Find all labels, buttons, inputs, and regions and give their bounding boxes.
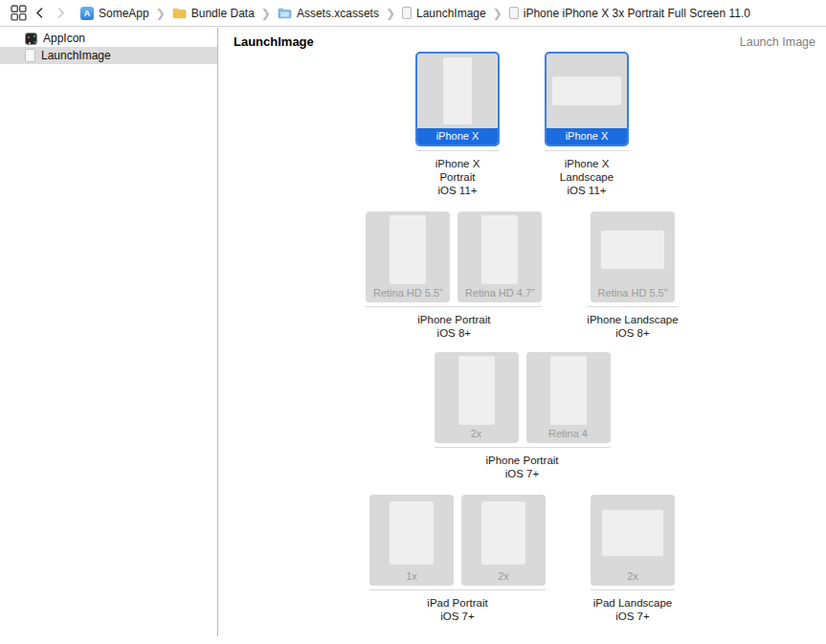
image-placeholder — [458, 356, 495, 425]
breadcrumb-label: Bundle Data — [191, 7, 255, 20]
sidebar-item-label: LaunchImage — [41, 49, 111, 62]
grid-view-icon[interactable] — [8, 3, 29, 24]
well-scale-label: 2x — [435, 428, 519, 439]
well-device-badge: iPhone X — [547, 128, 627, 144]
launch-image-well-iphonex-portrait[interactable]: iPhone X — [415, 52, 500, 146]
well-scale-label: Retina HD 5.5” — [366, 287, 450, 299]
well-scale-label: 2x — [591, 570, 675, 582]
launch-image-well-retina4-portrait[interactable]: Retina 4 — [526, 352, 611, 443]
group-iphonex-landscape: iPhone X iPhone XLandscapeiOS 11+ — [527, 52, 646, 197]
image-placeholder — [390, 215, 426, 284]
launch-image-well-2x-portrait[interactable]: 2x — [435, 352, 519, 443]
chevron-separator-icon: ❯ — [257, 7, 276, 20]
breadcrumb: A SomeApp ❯ Bundle Data ❯ Assets.xcasset… — [78, 7, 752, 20]
well-device-badge: iPhone X — [417, 128, 498, 144]
group-separator — [369, 589, 546, 590]
launchimage-asset-icon — [25, 49, 35, 62]
image-placeholder — [481, 501, 525, 565]
group-iphone-portrait-ios8: Retina HD 5.5” Retina HD 4.7” iPhone Por… — [348, 211, 559, 340]
breadcrumb-item-launchimage[interactable]: LaunchImage — [400, 7, 488, 20]
xcode-asset-catalog-window: A SomeApp ❯ Bundle Data ❯ Assets.xcasset… — [0, 0, 826, 644]
launchimage-editor: LaunchImage Launch Image iPhone X iPhone… — [218, 28, 826, 644]
group-caption: iPad PortraitiOS 7+ — [427, 596, 487, 623]
group-caption: iPhone LandscapeiOS 8+ — [587, 313, 678, 340]
breadcrumb-item-image-slot[interactable]: iPhone iPhone X 3x Portrait Full Screen … — [507, 7, 752, 20]
folder-icon — [172, 8, 187, 19]
group-iphone-portrait-ios7: 2x Retina 4 iPhone PortraitiOS 7+ — [417, 352, 628, 480]
image-placeholder — [481, 215, 518, 284]
group-iphonex-portrait: iPhone X iPhone XPortraitiOS 11+ — [398, 52, 517, 197]
group-ipad-landscape-ios7: 2x iPad LandscapeiOS 7+ — [573, 495, 692, 623]
breadcrumb-label: Assets.xcassets — [297, 7, 379, 20]
launch-image-well-retina-hd-55-landscape[interactable]: Retina HD 5.5” — [591, 211, 675, 302]
sidebar-item-launchimage[interactable]: LaunchImage — [0, 47, 217, 64]
chevron-separator-icon: ❯ — [151, 7, 170, 20]
breadcrumb-label: LaunchImage — [416, 7, 486, 20]
asset-type-label: Launch Image — [740, 35, 815, 49]
breadcrumb-item-asset-catalog[interactable]: Assets.xcassets — [276, 7, 381, 20]
group-separator — [435, 447, 611, 448]
launch-image-well-ipad-2x-portrait[interactable]: 2x — [461, 495, 546, 586]
launch-image-well-ipad-2x-landscape[interactable]: 2x — [591, 495, 675, 586]
group-caption: iPhone PortraitiOS 8+ — [417, 313, 490, 340]
breadcrumb-item-project[interactable]: A SomeApp — [78, 7, 151, 20]
group-separator — [366, 306, 542, 307]
breadcrumb-label: iPhone iPhone X 3x Portrait Full Screen … — [524, 7, 750, 20]
launch-image-well-iphonex-landscape[interactable]: iPhone X — [545, 52, 629, 146]
group-caption: iPhone XLandscapeiOS 11+ — [560, 157, 614, 197]
breadcrumb-label: SomeApp — [99, 7, 149, 20]
well-scale-label: Retina 4 — [526, 428, 611, 439]
sidebar-item-appicon[interactable]: AppIcon — [0, 30, 217, 47]
launch-image-well-retina-hd-47-portrait[interactable]: Retina HD 4.7” — [458, 211, 542, 302]
image-placeholder — [550, 356, 587, 425]
group-separator — [587, 306, 678, 307]
group-iphone-landscape-ios8: Retina HD 5.5” iPhone LandscapeiOS 8+ — [569, 211, 695, 340]
document-icon — [402, 7, 412, 19]
group-caption: iPad LandscapeiOS 7+ — [593, 596, 672, 623]
appicon-asset-icon — [25, 33, 37, 45]
launch-image-well-retina-hd-55-portrait[interactable]: Retina HD 5.5” — [366, 211, 450, 302]
image-placeholder — [552, 77, 621, 105]
document-icon — [509, 7, 519, 19]
page-title: LaunchImage — [234, 34, 314, 49]
image-placeholder — [602, 510, 663, 556]
group-separator — [591, 589, 675, 590]
app-icon: A — [80, 7, 94, 20]
editor-header: LaunchImage Launch Image — [234, 34, 815, 49]
group-caption: iPhone PortraitiOS 7+ — [485, 454, 558, 480]
image-placeholder — [601, 231, 664, 269]
sidebar-item-label: AppIcon — [43, 32, 85, 45]
launch-image-well-ipad-1x-portrait[interactable]: 1x — [369, 495, 454, 586]
well-row-ios8: Retina HD 5.5” Retina HD 4.7” iPhone Por… — [218, 211, 826, 340]
image-placeholder — [390, 501, 434, 565]
well-row-iphonex: iPhone X iPhone XPortraitiOS 11+ iPhone … — [218, 52, 826, 197]
group-caption: iPhone XPortraitiOS 11+ — [435, 157, 480, 197]
well-row-ios7-ipad: 1x 2x iPad PortraitiOS 7+ 2x — [218, 495, 826, 623]
group-separator — [415, 150, 500, 151]
forward-chevron-icon[interactable] — [50, 3, 71, 24]
well-row-ios7-iphone: 2x Retina 4 iPhone PortraitiOS 7+ — [218, 352, 826, 480]
image-placeholder — [443, 57, 472, 124]
asset-list-sidebar: AppIcon LaunchImage — [0, 28, 217, 644]
chevron-separator-icon: ❯ — [488, 7, 507, 20]
breadcrumb-item-group[interactable]: Bundle Data — [170, 7, 257, 20]
group-ipad-portrait-ios7: 1x 2x iPad PortraitiOS 7+ — [352, 495, 563, 623]
back-chevron-icon[interactable] — [29, 3, 50, 24]
chevron-separator-icon: ❯ — [381, 7, 400, 20]
xcassets-folder-icon — [278, 8, 292, 19]
well-scale-label: Retina HD 4.7” — [458, 287, 542, 299]
group-separator — [545, 150, 629, 151]
well-scale-label: 1x — [369, 570, 454, 582]
well-scale-label: Retina HD 5.5” — [591, 287, 675, 299]
well-scale-label: 2x — [461, 570, 546, 582]
jump-bar: A SomeApp ❯ Bundle Data ❯ Assets.xcasset… — [0, 0, 826, 27]
